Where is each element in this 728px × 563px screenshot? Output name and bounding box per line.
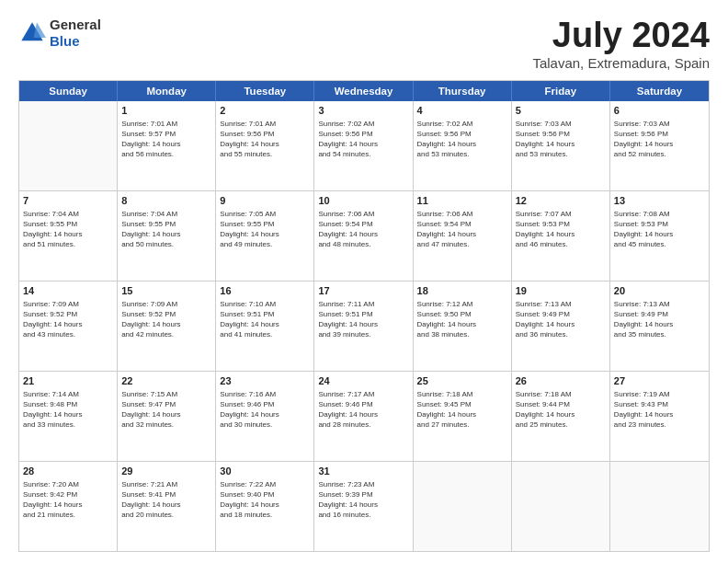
weekday-header: Monday <box>118 81 216 101</box>
cell-info: Sunrise: 7:11 AM Sunset: 9:51 PM Dayligh… <box>318 299 408 340</box>
calendar-cell: 31Sunrise: 7:23 AM Sunset: 9:39 PM Dayli… <box>314 462 413 551</box>
cell-info: Sunrise: 7:06 AM Sunset: 9:54 PM Dayligh… <box>318 209 408 250</box>
calendar-cell: 1Sunrise: 7:01 AM Sunset: 9:57 PM Daylig… <box>118 101 216 190</box>
cell-info: Sunrise: 7:02 AM Sunset: 9:56 PM Dayligh… <box>318 119 408 160</box>
calendar-cell: 12Sunrise: 7:07 AM Sunset: 9:53 PM Dayli… <box>512 191 610 281</box>
cell-info: Sunrise: 7:17 AM Sunset: 9:46 PM Dayligh… <box>318 389 408 431</box>
cell-info: Sunrise: 7:03 AM Sunset: 9:56 PM Dayligh… <box>614 119 705 160</box>
cell-info: Sunrise: 7:13 AM Sunset: 9:49 PM Dayligh… <box>516 299 606 340</box>
day-number: 2 <box>220 104 310 118</box>
title-block: July 2024 Talavan, Extremadura, Spain <box>532 17 710 71</box>
day-number: 31 <box>318 465 408 478</box>
weekday-header: Friday <box>512 81 610 101</box>
day-number: 18 <box>417 284 507 298</box>
cell-info: Sunrise: 7:14 AM Sunset: 9:48 PM Dayligh… <box>23 389 113 431</box>
cell-info: Sunrise: 7:16 AM Sunset: 9:46 PM Dayligh… <box>220 389 310 431</box>
cell-info: Sunrise: 7:04 AM Sunset: 9:55 PM Dayligh… <box>121 209 211 250</box>
day-number: 3 <box>318 104 408 118</box>
weekday-header: Saturday <box>610 81 709 101</box>
month-year: July 2024 <box>532 17 710 55</box>
day-number: 16 <box>220 284 310 298</box>
cell-info: Sunrise: 7:10 AM Sunset: 9:51 PM Dayligh… <box>220 299 310 340</box>
cell-info: Sunrise: 7:07 AM Sunset: 9:53 PM Dayligh… <box>516 209 606 250</box>
logo: General Blue <box>18 17 101 50</box>
calendar-row: 1Sunrise: 7:01 AM Sunset: 9:57 PM Daylig… <box>19 101 709 191</box>
cell-info: Sunrise: 7:04 AM Sunset: 9:55 PM Dayligh… <box>23 209 113 250</box>
cell-info: Sunrise: 7:20 AM Sunset: 9:42 PM Dayligh… <box>23 479 113 521</box>
calendar-cell: 21Sunrise: 7:14 AM Sunset: 9:48 PM Dayli… <box>19 372 118 461</box>
header: General Blue July 2024 Talavan, Extremad… <box>18 17 710 71</box>
calendar: SundayMondayTuesdayWednesdayThursdayFrid… <box>18 80 710 552</box>
day-number: 22 <box>121 374 211 388</box>
logo-icon <box>18 19 46 47</box>
day-number: 21 <box>23 374 113 388</box>
cell-info: Sunrise: 7:08 AM Sunset: 9:53 PM Dayligh… <box>614 209 705 250</box>
calendar-cell: 6Sunrise: 7:03 AM Sunset: 9:56 PM Daylig… <box>610 101 709 190</box>
calendar-cell: 13Sunrise: 7:08 AM Sunset: 9:53 PM Dayli… <box>610 191 709 281</box>
calendar-cell: 22Sunrise: 7:15 AM Sunset: 9:47 PM Dayli… <box>118 372 216 461</box>
calendar-cell: 20Sunrise: 7:13 AM Sunset: 9:49 PM Dayli… <box>610 282 709 371</box>
calendar-cell: 28Sunrise: 7:20 AM Sunset: 9:42 PM Dayli… <box>19 462 118 551</box>
calendar-cell: 18Sunrise: 7:12 AM Sunset: 9:50 PM Dayli… <box>414 282 512 371</box>
day-number: 12 <box>516 194 606 208</box>
day-number: 9 <box>220 194 310 208</box>
calendar-body: 1Sunrise: 7:01 AM Sunset: 9:57 PM Daylig… <box>19 101 709 551</box>
day-number: 25 <box>417 374 507 388</box>
calendar-cell: 2Sunrise: 7:01 AM Sunset: 9:56 PM Daylig… <box>216 101 314 190</box>
calendar-cell: 3Sunrise: 7:02 AM Sunset: 9:56 PM Daylig… <box>314 101 413 190</box>
calendar-cell: 30Sunrise: 7:22 AM Sunset: 9:40 PM Dayli… <box>216 462 314 551</box>
day-number: 17 <box>318 284 408 298</box>
weekday-header: Wednesday <box>314 81 413 101</box>
cell-info: Sunrise: 7:13 AM Sunset: 9:49 PM Dayligh… <box>614 299 705 340</box>
cell-info: Sunrise: 7:09 AM Sunset: 9:52 PM Dayligh… <box>121 299 211 340</box>
cell-info: Sunrise: 7:03 AM Sunset: 9:56 PM Dayligh… <box>516 119 606 160</box>
day-number: 24 <box>318 374 408 388</box>
calendar-cell <box>19 101 118 190</box>
day-number: 10 <box>318 194 408 208</box>
calendar-cell: 9Sunrise: 7:05 AM Sunset: 9:55 PM Daylig… <box>216 191 314 281</box>
day-number: 4 <box>417 104 507 118</box>
cell-info: Sunrise: 7:15 AM Sunset: 9:47 PM Dayligh… <box>121 389 211 431</box>
day-number: 19 <box>516 284 606 298</box>
calendar-cell: 25Sunrise: 7:18 AM Sunset: 9:45 PM Dayli… <box>414 372 512 461</box>
calendar-cell: 8Sunrise: 7:04 AM Sunset: 9:55 PM Daylig… <box>118 191 216 281</box>
calendar-row: 21Sunrise: 7:14 AM Sunset: 9:48 PM Dayli… <box>19 372 709 462</box>
calendar-cell: 7Sunrise: 7:04 AM Sunset: 9:55 PM Daylig… <box>19 191 118 281</box>
day-number: 14 <box>23 284 113 298</box>
day-number: 28 <box>23 465 113 478</box>
calendar-cell <box>512 462 610 551</box>
day-number: 30 <box>220 465 310 478</box>
calendar-row: 14Sunrise: 7:09 AM Sunset: 9:52 PM Dayli… <box>19 282 709 372</box>
day-number: 26 <box>516 374 606 388</box>
cell-info: Sunrise: 7:02 AM Sunset: 9:56 PM Dayligh… <box>417 119 507 160</box>
calendar-cell: 11Sunrise: 7:06 AM Sunset: 9:54 PM Dayli… <box>414 191 512 281</box>
day-number: 8 <box>121 194 211 208</box>
calendar-cell: 5Sunrise: 7:03 AM Sunset: 9:56 PM Daylig… <box>512 101 610 190</box>
calendar-cell <box>414 462 512 551</box>
logo-general: General <box>50 17 101 33</box>
day-number: 23 <box>220 374 310 388</box>
day-number: 1 <box>121 104 211 118</box>
day-number: 6 <box>614 104 705 118</box>
day-number: 11 <box>417 194 507 208</box>
day-number: 15 <box>121 284 211 298</box>
cell-info: Sunrise: 7:06 AM Sunset: 9:54 PM Dayligh… <box>417 209 507 250</box>
cell-info: Sunrise: 7:21 AM Sunset: 9:41 PM Dayligh… <box>121 479 211 521</box>
calendar-cell: 23Sunrise: 7:16 AM Sunset: 9:46 PM Dayli… <box>216 372 314 461</box>
calendar-cell: 17Sunrise: 7:11 AM Sunset: 9:51 PM Dayli… <box>314 282 413 371</box>
cell-info: Sunrise: 7:22 AM Sunset: 9:40 PM Dayligh… <box>220 479 310 521</box>
calendar-cell: 27Sunrise: 7:19 AM Sunset: 9:43 PM Dayli… <box>610 372 709 461</box>
weekday-header: Tuesday <box>216 81 314 101</box>
calendar-cell: 16Sunrise: 7:10 AM Sunset: 9:51 PM Dayli… <box>216 282 314 371</box>
calendar-cell: 14Sunrise: 7:09 AM Sunset: 9:52 PM Dayli… <box>19 282 118 371</box>
page: General Blue July 2024 Talavan, Extremad… <box>0 0 728 563</box>
day-number: 5 <box>516 104 606 118</box>
cell-info: Sunrise: 7:05 AM Sunset: 9:55 PM Dayligh… <box>220 209 310 250</box>
day-number: 20 <box>614 284 705 298</box>
calendar-cell: 10Sunrise: 7:06 AM Sunset: 9:54 PM Dayli… <box>314 191 413 281</box>
calendar-cell: 29Sunrise: 7:21 AM Sunset: 9:41 PM Dayli… <box>118 462 216 551</box>
logo-blue: Blue <box>50 33 101 50</box>
calendar-row: 28Sunrise: 7:20 AM Sunset: 9:42 PM Dayli… <box>19 462 709 551</box>
calendar-cell: 26Sunrise: 7:18 AM Sunset: 9:44 PM Dayli… <box>512 372 610 461</box>
day-number: 13 <box>614 194 705 208</box>
